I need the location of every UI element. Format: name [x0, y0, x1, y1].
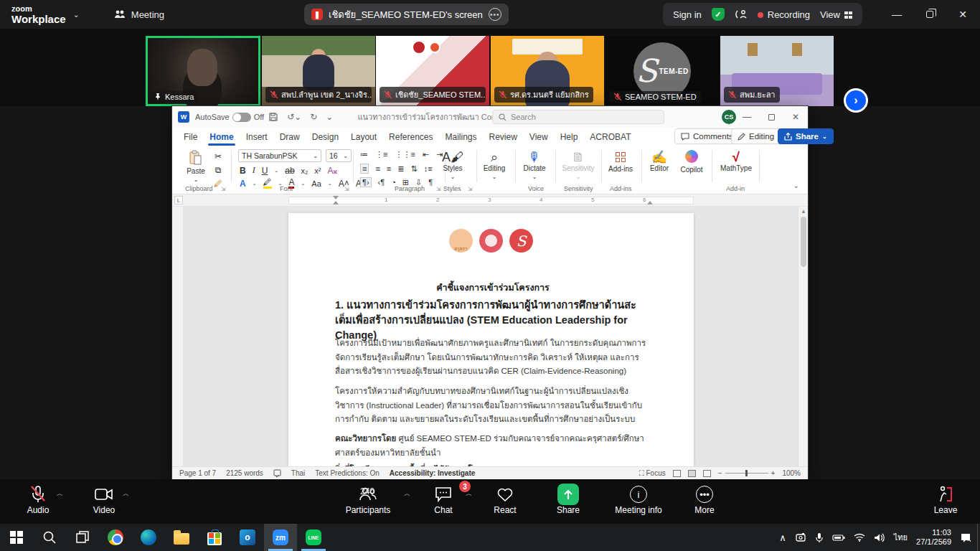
tab-design[interactable]: Design — [312, 132, 339, 142]
word-close-button[interactable]: ✕ — [783, 106, 808, 128]
taskbar-chrome-button[interactable] — [99, 524, 132, 551]
tab-insert[interactable]: Insert — [246, 132, 268, 142]
numbering-button[interactable]: ⋮≡ — [375, 150, 387, 159]
tab-file[interactable]: File — [184, 132, 197, 142]
proofing-icon[interactable] — [273, 469, 281, 477]
decrease-indent-button[interactable]: ⇤ — [423, 150, 429, 159]
recording-indicator[interactable]: Recording — [758, 9, 810, 20]
clear-formatting-button[interactable]: A𝄪 — [328, 166, 337, 176]
redo-icon[interactable]: ↻ — [310, 112, 317, 122]
react-button[interactable]: React — [482, 484, 528, 515]
chat-options-chevron[interactable]: ︿ — [466, 489, 472, 499]
scrollbar-thumb[interactable] — [801, 217, 806, 267]
paste-button[interactable]: Paste⌄ — [179, 150, 212, 183]
page-indicator[interactable]: Page 1 of 7 — [179, 469, 216, 477]
multilevel-list-button[interactable]: ⋮⋮≡ — [395, 150, 415, 159]
right-indent-marker[interactable] — [647, 201, 653, 204]
video-tile-kessara[interactable]: Kessara — [146, 36, 260, 106]
leave-button[interactable]: Leave — [924, 484, 967, 515]
accessibility-status[interactable]: Accessibility: Investigate — [390, 469, 476, 477]
highlight-color-button[interactable]: 🖉 — [263, 178, 272, 189]
font-name-select[interactable]: TH SarabunPSK⌄ — [238, 149, 321, 162]
speaker-focus-icon[interactable] — [735, 8, 748, 21]
video-options-chevron[interactable]: ︿ — [123, 489, 129, 499]
collapse-ribbon-icon[interactable]: ⌄ — [793, 182, 799, 189]
taskbar-outlook-button[interactable]: o — [231, 524, 264, 551]
styles-dialog-launcher[interactable]: ⇲ — [468, 186, 473, 192]
editor-button[interactable]: ✍ Editor — [644, 150, 674, 172]
tab-selector[interactable]: L — [174, 196, 183, 204]
horizontal-ruler[interactable]: L 1 2 3 4 5 6 — [172, 194, 808, 207]
subscript-button[interactable]: x₂ — [301, 166, 308, 175]
battery-icon[interactable] — [832, 533, 845, 542]
participants-button[interactable]: 240 ︿ Participants — [336, 484, 400, 515]
vertical-scrollbar[interactable]: ▲ — [798, 207, 808, 466]
avatar[interactable]: CS — [722, 110, 736, 124]
tab-draw[interactable]: Draw — [280, 132, 300, 142]
audio-button[interactable]: ︿ Audio — [13, 484, 63, 515]
ribbon-options-icon[interactable]: ⌄ — [326, 112, 333, 122]
change-case-button[interactable]: Aa — [311, 179, 321, 188]
tab-mailings[interactable]: Mailings — [445, 132, 476, 142]
tab-help[interactable]: Help — [560, 132, 578, 142]
tab-meeting[interactable]: Meeting — [114, 9, 164, 20]
text-effects-button[interactable]: A — [240, 179, 246, 189]
first-line-indent-marker[interactable] — [333, 196, 339, 199]
restore-button[interactable] — [914, 0, 946, 29]
tab-review[interactable]: Review — [489, 132, 517, 142]
share-screen-button[interactable]: Share — [545, 484, 591, 515]
taskbar-line-button[interactable]: LINE — [297, 524, 330, 551]
search-input[interactable]: Search — [492, 110, 664, 124]
editing-button[interactable]: ⌕ Editing⌄ — [478, 150, 511, 180]
superscript-button[interactable]: x² — [314, 166, 321, 175]
speaker-icon[interactable] — [874, 533, 885, 542]
task-view-button[interactable] — [66, 524, 99, 551]
paragraph-dialog-launcher[interactable]: ⇲ — [436, 186, 441, 192]
hanging-indent-marker[interactable] — [333, 201, 339, 204]
word-count[interactable]: 2125 words — [226, 469, 263, 477]
font-dialog-launcher[interactable]: ⇲ — [344, 186, 349, 192]
video-tile-lamphun[interactable]: สพป.ลำพูน เขต 2_นางจิร... — [262, 36, 375, 106]
security-shield-icon[interactable]: ✓ — [712, 8, 725, 21]
language-switcher[interactable]: ไทย — [894, 531, 908, 544]
cut-icon[interactable]: ✂ — [215, 151, 222, 161]
align-center-button[interactable]: ≡ — [375, 164, 380, 173]
zoom-slider[interactable]: −+ — [718, 469, 776, 477]
font-size-select[interactable]: 16⌄ — [326, 149, 352, 162]
rtl-paragraph-button[interactable]: ‹¶ — [378, 178, 385, 187]
save-icon[interactable] — [268, 112, 278, 122]
web-layout-button[interactable] — [703, 470, 711, 477]
video-button[interactable]: ︿ Video — [79, 484, 129, 515]
video-tile-cherdchai[interactable]: เชิดชัย_SEAMEO STEM... — [376, 36, 489, 106]
clipboard-dialog-launcher[interactable]: ⇲ — [221, 186, 226, 192]
next-page-arrow-button[interactable]: › — [844, 88, 868, 113]
taskbar-edge-button[interactable] — [132, 524, 165, 551]
align-left-button[interactable]: ≡ — [360, 164, 369, 174]
tab-shared-screen[interactable]: ❚ เชิดชัย_SEAMEO STEM-ED's screen ••• — [304, 4, 509, 25]
line-spacing-button[interactable]: ↕≡ — [424, 164, 433, 173]
tab-view[interactable]: View — [529, 132, 548, 142]
wifi-icon[interactable] — [854, 533, 865, 542]
screen-record-icon[interactable] — [795, 532, 806, 542]
word-minimize-button[interactable]: — — [735, 106, 759, 128]
taskbar-clock[interactable]: 11:03 27/1/2569 — [916, 528, 951, 547]
styles-button[interactable]: A🖌 Styles⌄ — [436, 150, 469, 180]
share-button[interactable]: Share⌄ — [778, 128, 834, 144]
read-mode-button[interactable] — [673, 470, 681, 477]
word-restore-button[interactable] — [759, 106, 783, 128]
view-button[interactable]: View — [820, 9, 852, 20]
notification-icon[interactable] — [960, 532, 971, 543]
strikethrough-button[interactable]: ab — [285, 166, 294, 176]
tab-acrobat[interactable]: ACROBAT — [590, 132, 631, 142]
taskbar-file-explorer-button[interactable] — [165, 524, 198, 551]
taskbar-store-button[interactable] — [198, 524, 231, 551]
tray-expand-chevron[interactable]: ∧ — [779, 532, 786, 543]
chat-button[interactable]: 3 ︿ Chat — [422, 484, 465, 515]
tab-layout[interactable]: Layout — [351, 132, 377, 142]
justify-button[interactable]: ≣ — [397, 164, 404, 174]
document-canvas[interactable]: ครุสภา S คำชี้แจงการเข้าร่วมโครงการ 1. แ… — [172, 207, 808, 466]
show-marks-button[interactable]: ¶ — [428, 178, 433, 187]
show-desktop-button[interactable] — [977, 524, 980, 551]
zoom-percent[interactable]: 100% — [782, 469, 801, 477]
minimize-button[interactable]: — — [881, 0, 913, 29]
